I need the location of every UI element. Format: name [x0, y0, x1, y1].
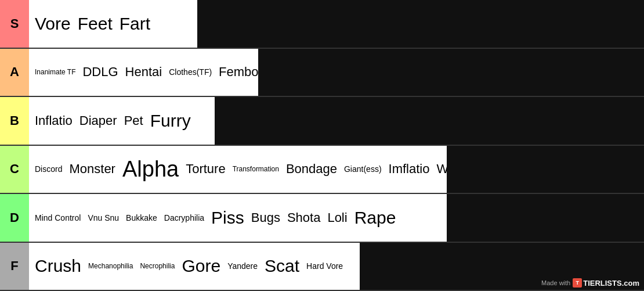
tier-item: Feet: [75, 13, 115, 35]
tier-empty-b: [215, 97, 644, 145]
tier-empty-s: [197, 0, 644, 48]
tier-item: Rape: [352, 207, 399, 229]
tier-item: Inanimate TF: [32, 67, 78, 77]
tier-item: Mechanophilia: [86, 261, 135, 271]
tier-label-a: A: [0, 49, 29, 96]
tier-item: Diaper: [77, 112, 120, 130]
watermark-logo: T TIERLISTS.com: [573, 278, 639, 288]
tier-row-b: B Inflatio Diaper Pet Furry: [0, 97, 644, 146]
tier-item: Piss: [209, 207, 247, 229]
tier-empty-a: [258, 49, 644, 96]
tier-item: Scat: [262, 255, 302, 277]
tier-label-s: S: [0, 0, 29, 48]
tier-item: Bukkake: [124, 212, 160, 224]
tier-list: S Vore Feet Fart A Inanimate TF DDLG Hen…: [0, 0, 644, 291]
tier-item: Vnu Snu: [85, 212, 121, 224]
tier-item: Bugs: [249, 209, 283, 227]
tier-label-b: B: [0, 97, 29, 145]
tier-item: Shota: [285, 209, 323, 227]
tier-item: Necrophilia: [138, 261, 177, 271]
tier-item: Vore: [32, 13, 73, 35]
tier-item: Loli: [325, 209, 349, 227]
tier-item: Hentai: [123, 63, 165, 81]
tier-item: Giant(ess): [342, 163, 384, 175]
tier-row-d: D Mind Control Vnu Snu Bukkake Dacryphil…: [0, 194, 644, 243]
tier-label-f: F: [0, 243, 29, 290]
tier-row-c: C Discord Monster Alpha Torture Transfor…: [0, 146, 644, 195]
tier-content-s: Vore Feet Fart: [29, 0, 197, 48]
tier-content-d: Mind Control Vnu Snu Bukkake Dacryphilia…: [29, 194, 447, 242]
watermark-site: TIERLISTS.com: [583, 279, 639, 288]
tier-empty-d: [447, 194, 644, 242]
tier-item: Mind Control: [32, 212, 83, 224]
tier-item: Gore: [179, 255, 223, 277]
tier-row-a: A Inanimate TF DDLG Hentai Clothes(TF) F…: [0, 49, 644, 98]
tier-item: Bondage: [284, 160, 339, 178]
tier-item: DDLG: [80, 63, 120, 81]
tier-item: Discord: [32, 163, 64, 175]
tierlists-icon: T: [573, 278, 582, 288]
tier-item: Clothes(TF): [167, 66, 214, 78]
tier-item: Crush: [32, 255, 84, 277]
tier-item: Wedgie: [434, 160, 447, 178]
tier-item: Monster: [67, 160, 117, 178]
tier-item: Femboy: [216, 63, 258, 81]
tier-item: Alpha: [120, 156, 181, 183]
tier-item: Torture: [183, 160, 227, 178]
watermark: Made with T TIERLISTS.com: [541, 278, 639, 288]
tier-label-c: C: [0, 146, 29, 193]
tier-content-f: Crush Mechanophilia Necrophilia Gore Yan…: [29, 243, 360, 290]
tier-item: Transformation: [230, 164, 281, 174]
tier-item: Furry: [148, 110, 193, 132]
tier-item: Imflatio: [386, 160, 432, 178]
tier-content-a: Inanimate TF DDLG Hentai Clothes(TF) Fem…: [29, 49, 258, 96]
tier-item: Fart: [117, 13, 153, 35]
tier-item: Dacryphilia: [162, 212, 207, 224]
tier-label-d: D: [0, 194, 29, 242]
tier-content-b: Inflatio Diaper Pet Furry: [29, 97, 215, 145]
tier-empty-c: [447, 146, 644, 193]
tier-row-s: S Vore Feet Fart: [0, 0, 644, 49]
tier-item: Inflatio: [32, 112, 75, 130]
tier-item: Yandere: [225, 260, 260, 272]
tier-content-c: Discord Monster Alpha Torture Transforma…: [29, 146, 447, 193]
watermark-made-text: Made with: [541, 279, 570, 286]
tier-item: Pet: [122, 112, 146, 130]
tier-item: Hard Vore: [304, 260, 345, 272]
